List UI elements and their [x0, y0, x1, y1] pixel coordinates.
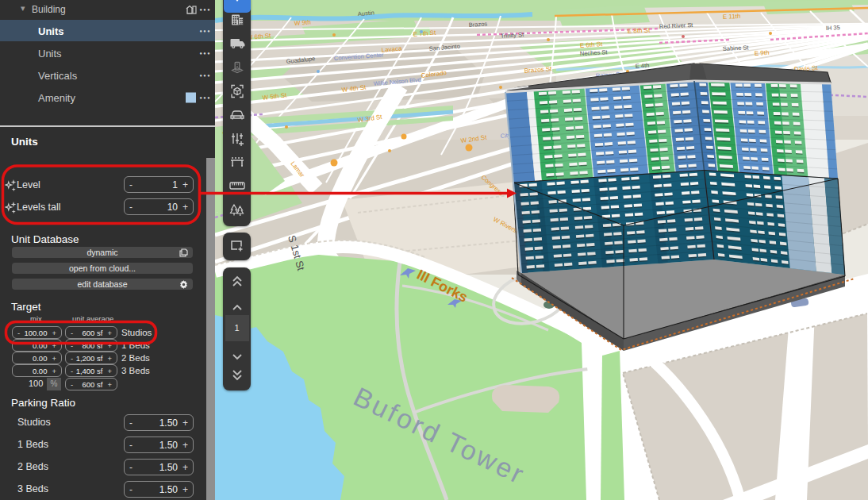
svg-text:E 8th St: E 8th St — [628, 26, 651, 35]
svg-text:Austin: Austin — [358, 10, 374, 17]
svg-text:E 11th: E 11th — [723, 13, 741, 21]
svg-text:E 4th: E 4th — [636, 62, 650, 70]
svg-text:Sabine St: Sabine St — [723, 44, 750, 52]
svg-text:W 9th: W 9th — [294, 19, 311, 27]
svg-text:E 9th: E 9th — [755, 49, 770, 57]
svg-text:Neches St: Neches St — [580, 48, 609, 57]
svg-text:IH 35: IH 35 — [826, 24, 840, 32]
svg-text:Brazos: Brazos — [469, 20, 488, 29]
